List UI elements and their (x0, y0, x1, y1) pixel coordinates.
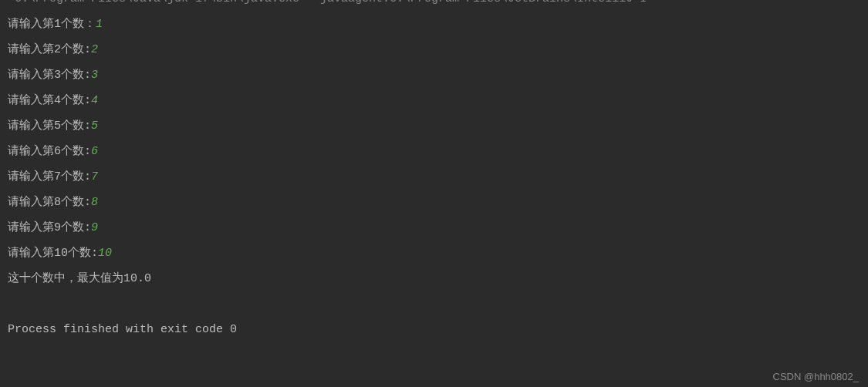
user-input: 7 (91, 170, 98, 183)
user-input: 1 (96, 18, 103, 31)
prompt-line-3: 请输入第3个数:3 (8, 62, 860, 88)
prompt-label: 请输入第1个数： (8, 18, 96, 31)
command-text: "C:\Program Files\Java\jdk-17\bin\java.e… (8, 0, 647, 5)
user-input: 9 (91, 221, 98, 234)
prompt-label: 请输入第10个数: (8, 247, 98, 260)
result-text: 这十个数中，最大值为10.0 (8, 272, 151, 285)
prompt-line-1: 请输入第1个数：1 (8, 12, 860, 37)
watermark-text: CSDN @hhh0802_ (773, 371, 859, 382)
exit-message: Process finished with exit code 0 (8, 323, 237, 336)
exit-message-line: Process finished with exit code 0 (8, 317, 860, 342)
prompt-line-7: 请输入第7个数:7 (8, 164, 860, 190)
prompt-line-5: 请输入第5个数:5 (8, 113, 860, 139)
prompt-line-2: 请输入第2个数:2 (8, 37, 860, 62)
prompt-label: 请输入第5个数: (8, 119, 91, 133)
prompt-line-8: 请输入第8个数:8 (8, 190, 860, 215)
command-line: "C:\Program Files\Java\jdk-17\bin\java.e… (8, 0, 860, 12)
prompt-label: 请输入第6个数: (8, 145, 91, 158)
prompt-line-10: 请输入第10个数:10 (8, 241, 860, 266)
prompt-line-6: 请输入第6个数:6 (8, 139, 860, 164)
result-line: 这十个数中，最大值为10.0 (8, 266, 860, 291)
prompt-label: 请输入第8个数: (8, 196, 91, 209)
user-input: 6 (91, 145, 98, 158)
user-input: 4 (91, 94, 98, 107)
user-input: 8 (91, 196, 98, 209)
prompt-label: 请输入第4个数: (8, 94, 91, 107)
prompt-line-4: 请输入第4个数:4 (8, 88, 860, 113)
console-output[interactable]: "C:\Program Files\Java\jdk-17\bin\java.e… (0, 0, 868, 342)
prompt-label: 请输入第7个数: (8, 170, 91, 183)
user-input: 2 (91, 43, 98, 56)
user-input: 3 (91, 69, 98, 82)
user-input: 10 (98, 247, 112, 260)
user-input: 5 (91, 119, 98, 133)
watermark: CSDN @hhh0802_ (773, 371, 859, 382)
blank-line (8, 291, 860, 317)
prompt-line-9: 请输入第9个数:9 (8, 215, 860, 241)
prompt-label: 请输入第3个数: (8, 69, 91, 82)
prompt-label: 请输入第9个数: (8, 221, 91, 234)
prompt-label: 请输入第2个数: (8, 43, 91, 56)
